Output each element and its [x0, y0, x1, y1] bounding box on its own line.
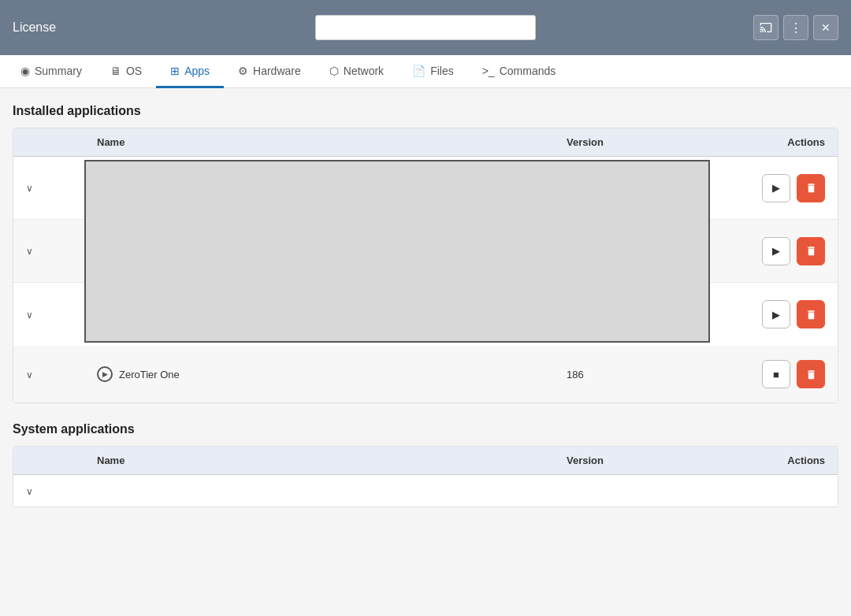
delete-button[interactable]	[797, 300, 825, 328]
tab-os[interactable]: 🖥 OS	[96, 55, 156, 88]
table-row: ∨ ▶ ZeroTier One 186 ■	[13, 346, 838, 403]
row3-name	[84, 305, 554, 324]
chevron-icon[interactable]: ∨	[26, 183, 33, 194]
chevron-icon[interactable]: ∨	[26, 369, 33, 380]
trash-icon	[805, 309, 817, 321]
row1-expand[interactable]: ∨	[13, 173, 84, 203]
play-button[interactable]: ▶	[762, 237, 790, 265]
installed-apps-table: Name Version Actions ∨ ▶	[13, 128, 838, 403]
os-icon: 🖥	[110, 65, 121, 77]
tab-summary[interactable]: ◉ Summary	[6, 55, 96, 88]
main-content: Installed applications Name Version Acti…	[0, 88, 851, 616]
sysrow1-actions	[712, 481, 838, 500]
delete-button[interactable]	[797, 174, 825, 202]
sysrow1-version	[554, 481, 712, 500]
row1-actions: ▶	[712, 165, 838, 212]
header-col1	[13, 128, 84, 156]
system-apps-table: Name Version Actions ∨	[13, 446, 838, 507]
stop-button[interactable]: ■	[762, 360, 790, 388]
trash-icon	[805, 245, 817, 257]
table-row: ∨	[13, 475, 838, 507]
row4-actions: ■	[712, 351, 838, 398]
row4-name: ▶ ZeroTier One	[84, 357, 554, 391]
header-col2-name: Name	[84, 128, 554, 156]
installed-apps-title: Installed applications	[13, 104, 838, 118]
sys-header-col1	[13, 447, 84, 474]
delete-button[interactable]	[797, 360, 825, 388]
running-icon: ▶	[97, 366, 113, 382]
tab-network[interactable]: ⬡ Network	[315, 55, 398, 88]
app-name-with-icon: ▶ ZeroTier One	[97, 366, 541, 382]
cast-icon	[760, 21, 772, 34]
close-button[interactable]: ✕	[813, 15, 838, 40]
tab-commands[interactable]: >_ Commands	[468, 55, 570, 88]
files-icon: 📄	[412, 65, 426, 77]
sysrow1-name	[84, 481, 554, 500]
row2-expand[interactable]: ∨	[13, 236, 84, 266]
row2-version	[554, 242, 712, 261]
row1-name	[84, 179, 554, 198]
summary-icon: ◉	[20, 65, 30, 77]
search-box[interactable]	[315, 15, 536, 40]
play-button[interactable]: ▶	[762, 300, 790, 328]
hardware-icon: ⚙	[238, 65, 248, 77]
search-input[interactable]	[315, 15, 536, 40]
system-table-header: Name Version Actions	[13, 447, 838, 475]
row2-name	[84, 242, 554, 261]
delete-button[interactable]	[797, 237, 825, 265]
play-button[interactable]: ▶	[762, 174, 790, 202]
trash-icon	[805, 182, 817, 194]
chevron-icon[interactable]: ∨	[26, 310, 33, 321]
window-controls: ⋮ ✕	[753, 15, 838, 40]
network-icon: ⬡	[329, 65, 339, 77]
sys-header-col3-version: Version	[554, 447, 712, 474]
table-row: ∨ ▶	[13, 283, 838, 346]
trash-icon	[805, 369, 817, 380]
titlebar: License ⋮ ✕	[0, 0, 851, 55]
row2-actions: ▶	[712, 228, 838, 275]
row3-expand[interactable]: ∨	[13, 299, 84, 330]
chevron-icon[interactable]: ∨	[26, 246, 33, 257]
blurred-rows-container: ∨ ▶ ∨	[13, 157, 838, 346]
cast-button[interactable]	[753, 15, 779, 40]
nav-tabs: ◉ Summary 🖥 OS ⊞ Apps ⚙ Hardware ⬡ Netwo…	[0, 55, 851, 88]
table-row: ∨ ▶	[13, 157, 838, 220]
system-apps-title: System applications	[13, 422, 838, 436]
header-col4-actions: Actions	[712, 128, 838, 156]
tab-apps[interactable]: ⊞ Apps	[156, 55, 224, 88]
kebab-icon: ⋮	[790, 20, 802, 35]
apps-icon: ⊞	[170, 65, 180, 77]
close-icon: ✕	[821, 21, 831, 34]
row1-version	[554, 179, 712, 198]
table-row: ∨ ▶	[13, 220, 838, 283]
sysrow1-expand[interactable]: ∨	[13, 476, 84, 507]
installed-table-header: Name Version Actions	[13, 128, 838, 157]
row3-actions: ▶	[712, 291, 838, 338]
chevron-icon[interactable]: ∨	[26, 486, 33, 497]
tab-hardware[interactable]: ⚙ Hardware	[224, 55, 315, 88]
sys-header-col4-actions: Actions	[712, 447, 838, 474]
row3-version	[554, 305, 712, 324]
menu-button[interactable]: ⋮	[783, 15, 808, 40]
sys-header-col2-name: Name	[84, 447, 554, 474]
row4-expand[interactable]: ∨	[13, 359, 84, 390]
row4-version: 186	[554, 359, 712, 390]
header-col3-version: Version	[554, 128, 712, 156]
commands-icon: >_	[482, 65, 495, 77]
tab-files[interactable]: 📄 Files	[398, 55, 468, 88]
